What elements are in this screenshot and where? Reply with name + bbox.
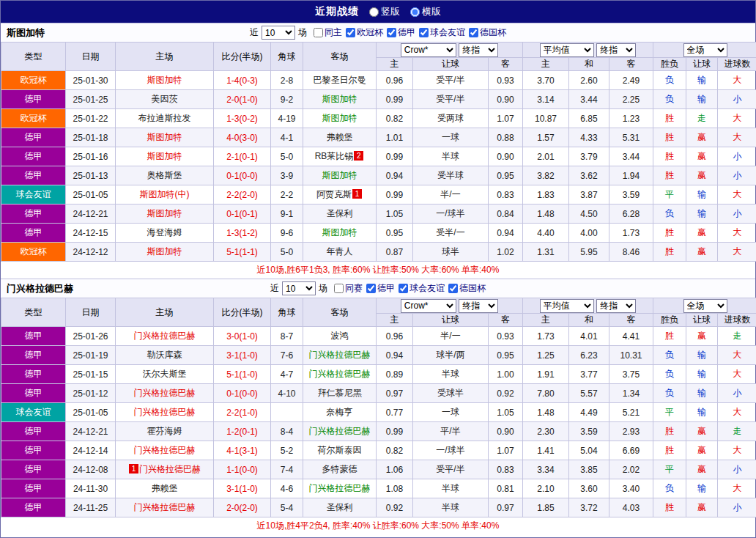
- score-cell: 1-3(0-2): [214, 109, 271, 128]
- filter-checkbox-input[interactable]: [419, 28, 429, 37]
- odds-home-cell: 0.92: [377, 498, 413, 517]
- avg-draw-cell: 4.50: [569, 204, 609, 224]
- filters: 近 10 场 同赛德甲球会友谊德国杯: [270, 281, 486, 295]
- avg-home-cell: 2.01: [523, 147, 569, 166]
- team-name: 斯图加特: [7, 26, 45, 40]
- corners-cell: 3-9: [271, 166, 303, 185]
- score-cell: 0-1(0-0): [214, 166, 271, 185]
- avg-draw-cell: 3.59: [569, 422, 609, 441]
- recent-count-select[interactable]: 10: [282, 281, 316, 295]
- fulltime-select[interactable]: 全场: [683, 43, 727, 57]
- fulltime-select[interactable]: 全场: [683, 299, 727, 313]
- avg-home-cell: 1.83: [523, 185, 569, 204]
- corners-cell: 2-8: [271, 71, 303, 90]
- subcol-goals: 进球数: [718, 314, 756, 327]
- odds-away-cell: 0.90: [489, 422, 523, 441]
- filter-checkbox-input[interactable]: [399, 284, 408, 293]
- average-group-header: 平均值 终指: [523, 298, 653, 314]
- odds-group-header: Crow* 终指: [377, 298, 523, 314]
- odds-source-select[interactable]: Crow*: [401, 299, 456, 313]
- odds-source-select[interactable]: Crow*: [401, 43, 456, 57]
- away-team-name: 门兴格拉德巴赫: [309, 350, 371, 360]
- filter-checkbox[interactable]: 德国杯: [448, 282, 486, 295]
- date-cell: 24-12-12: [66, 243, 116, 262]
- filter-checkbox[interactable]: 德甲: [387, 26, 415, 39]
- subcol-result: 胜负: [653, 58, 686, 71]
- competition-cell: 德甲: [1, 422, 66, 441]
- avg-home-cell: 2.30: [523, 422, 569, 441]
- filter-checkbox-label: 球会友谊: [430, 26, 465, 39]
- filter-checkbox-input[interactable]: [387, 28, 396, 37]
- avg-away-cell: 10.31: [609, 346, 653, 365]
- average-kind-select[interactable]: 终指: [596, 43, 636, 57]
- match-row: 德甲24-12-21霍芬海姆1-2(0-1)8-4门兴格拉德巴赫0.99平/半0…: [1, 422, 756, 441]
- away-team-cell: 斯图加特: [303, 224, 377, 243]
- avg-home-cell: 1.48: [523, 204, 569, 224]
- home-team-cell: 奥格斯堡: [116, 166, 214, 185]
- filter-checkbox-input[interactable]: [334, 284, 344, 293]
- odds-kind-select[interactable]: 终指: [459, 43, 498, 57]
- average-group-header: 平均值 终指: [523, 43, 653, 58]
- away-team-cell: 荷尔斯泰因: [303, 441, 377, 460]
- match-row: 欧冠杯25-01-22布拉迪斯拉发1-3(0-2)4-19斯图加特0.82受两球…: [1, 109, 756, 128]
- filter-checkbox[interactable]: 球会友谊: [399, 282, 445, 295]
- filter-checkbox-input[interactable]: [469, 28, 478, 37]
- odds-home-cell: 0.96: [377, 71, 413, 90]
- layout-radio-vertical[interactable]: 竖版: [369, 5, 400, 18]
- odds-kind-select[interactable]: 终指: [459, 299, 498, 313]
- home-team-cell: 布拉迪斯拉发: [116, 109, 214, 128]
- filter-checkbox[interactable]: 德甲: [366, 282, 395, 295]
- goals-result-cell: 小: [718, 498, 756, 517]
- vertical-radio-input[interactable]: [369, 7, 379, 17]
- avg-home-cell: 3.70: [523, 71, 569, 90]
- avg-away-cell: 2.93: [609, 422, 653, 441]
- layout-radio-horizontal[interactable]: 横版: [410, 5, 441, 18]
- match-row: 德甲25-01-25美因茨2-0(1-0)9-2斯图加特0.99受平/半0.90…: [1, 90, 756, 109]
- col-away: 客场: [303, 298, 377, 327]
- match-row: 德甲25-01-12门兴格拉德巴赫0-1(0-0)4-10拜仁慕尼黑0.97受球…: [1, 384, 756, 403]
- average-select[interactable]: 平均值: [540, 43, 594, 57]
- avg-home-cell: 1.31: [523, 243, 569, 262]
- handicap-cell: 球半: [413, 243, 489, 262]
- home-team-cell: 门兴格拉德巴赫: [116, 441, 214, 460]
- avg-home-cell: 1.73: [523, 327, 569, 346]
- filter-checkbox[interactable]: 球会友谊: [419, 26, 465, 39]
- away-team-name: 门兴格拉德巴赫: [309, 426, 371, 436]
- average-select[interactable]: 平均值: [540, 299, 594, 313]
- handicap-result-cell: 输: [686, 204, 718, 224]
- home-team-cell: 斯图加特(中): [116, 185, 214, 204]
- col-corner: 角球: [271, 43, 303, 71]
- avg-home-cell: 1.48: [523, 403, 569, 422]
- avg-draw-cell: 3.72: [569, 498, 609, 517]
- away-team-cell: RB莱比锡2: [303, 147, 377, 166]
- horizontal-radio-input[interactable]: [410, 7, 420, 17]
- goals-result-cell: 小: [718, 460, 756, 479]
- competition-cell: 德甲: [1, 441, 66, 460]
- home-team-name: 海登海姆: [147, 227, 182, 237]
- competition-cell: 球会友谊: [1, 185, 66, 204]
- subcol-goals: 进球数: [718, 58, 756, 71]
- away-team-name: 圣保利: [327, 208, 353, 218]
- date-cell: 24-12-21: [66, 422, 116, 441]
- filter-checkbox[interactable]: 同主: [314, 26, 342, 39]
- avg-away-cell: 8.46: [609, 243, 653, 262]
- away-team-name: 门兴格拉德巴赫: [309, 369, 371, 379]
- date-cell: 24-12-21: [66, 204, 116, 224]
- handicap-cell: 一球: [413, 403, 489, 422]
- recent-count-select[interactable]: 10: [262, 26, 295, 40]
- filter-checkbox[interactable]: 德国杯: [469, 26, 506, 39]
- result-cell: 胜: [653, 243, 686, 262]
- filter-checkbox-input[interactable]: [448, 284, 458, 293]
- avg-draw-cell: 3.44: [569, 90, 609, 109]
- filter-checkbox-input[interactable]: [366, 284, 376, 293]
- avg-home-cell: 3.34: [523, 460, 569, 479]
- filter-checkbox-input[interactable]: [314, 28, 323, 37]
- average-kind-select[interactable]: 终指: [596, 299, 636, 313]
- filter-checkbox-input[interactable]: [346, 28, 355, 37]
- avg-home-cell: 7.80: [523, 384, 569, 403]
- goals-result-cell: 小: [718, 166, 756, 185]
- corners-cell: 8-7: [271, 327, 303, 346]
- filter-checkbox[interactable]: 同赛: [334, 282, 363, 295]
- subcol-handicap-result: 让球: [686, 58, 718, 71]
- filter-checkbox[interactable]: 欧冠杯: [346, 26, 383, 39]
